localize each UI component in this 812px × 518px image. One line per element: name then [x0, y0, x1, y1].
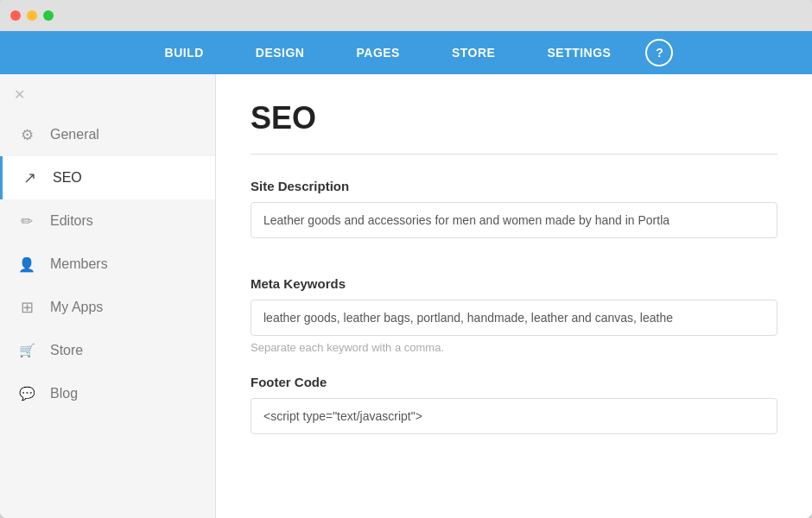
footer-code-input[interactable] — [251, 398, 777, 434]
cart-icon — [17, 341, 36, 360]
app-window: BUILD DESIGN PAGES STORE SETTINGS ? ✕ Ge… — [0, 0, 812, 518]
page-title: SEO — [251, 100, 777, 136]
sidebar-item-seo[interactable]: SEO — [0, 156, 215, 199]
sidebar-label-myapps: My Apps — [50, 300, 103, 315]
chat-icon — [17, 384, 36, 403]
close-sidebar-button[interactable]: ✕ — [14, 86, 25, 103]
footer-code-label: Footer Code — [251, 375, 777, 389]
traffic-lights — [10, 10, 54, 21]
meta-keywords-helper: Separate each keyword with a comma. — [251, 341, 777, 354]
user-icon — [17, 255, 36, 274]
nav-settings[interactable]: SETTINGS — [521, 31, 637, 74]
site-description-input[interactable] — [251, 202, 777, 238]
content-area: SEO Site Description Meta Keywords Separ… — [216, 74, 812, 518]
site-description-label: Site Description — [251, 179, 777, 193]
close-button[interactable] — [10, 10, 21, 21]
nav-pages[interactable]: PAGES — [330, 31, 425, 74]
nav-build[interactable]: BUILD — [139, 31, 230, 74]
sidebar-label-seo: SEO — [53, 170, 82, 186]
meta-keywords-label: Meta Keywords — [251, 276, 777, 291]
minimize-button[interactable] — [27, 10, 37, 21]
sidebar-item-members[interactable]: Members — [0, 243, 215, 286]
nav-design[interactable]: DESIGN — [230, 31, 331, 74]
chart-icon — [20, 168, 39, 187]
sidebar-label-store: Store — [50, 343, 83, 358]
apps-icon — [17, 298, 36, 317]
maximize-button[interactable] — [43, 10, 54, 21]
titlebar — [0, 0, 812, 31]
sidebar-item-myapps[interactable]: My Apps — [0, 286, 215, 329]
sidebar: ✕ General SEO Editors Members My Apps — [0, 74, 216, 518]
sidebar-label-members: Members — [50, 256, 108, 272]
footer-code-section: Footer Code — [251, 375, 777, 452]
meta-keywords-section: Meta Keywords Separate each keyword with… — [251, 276, 777, 354]
sidebar-item-editors[interactable]: Editors — [0, 199, 215, 243]
top-navigation: BUILD DESIGN PAGES STORE SETTINGS ? — [0, 31, 812, 74]
sidebar-label-general: General — [50, 127, 99, 142]
sidebar-item-store[interactable]: Store — [0, 329, 215, 372]
main-layout: ✕ General SEO Editors Members My Apps — [0, 74, 812, 518]
pen-icon — [17, 212, 36, 231]
sidebar-item-general[interactable]: General — [0, 113, 215, 156]
sidebar-label-editors: Editors — [50, 213, 93, 229]
nav-store[interactable]: STORE — [426, 31, 521, 74]
section-divider — [251, 154, 777, 155]
gear-icon — [17, 125, 36, 144]
meta-keywords-input[interactable] — [251, 300, 777, 336]
sidebar-label-blog: Blog — [50, 386, 78, 401]
sidebar-close-area: ✕ — [0, 83, 215, 113]
sidebar-item-blog[interactable]: Blog — [0, 372, 215, 415]
site-description-section: Site Description — [251, 179, 777, 256]
help-button[interactable]: ? — [645, 39, 673, 66]
